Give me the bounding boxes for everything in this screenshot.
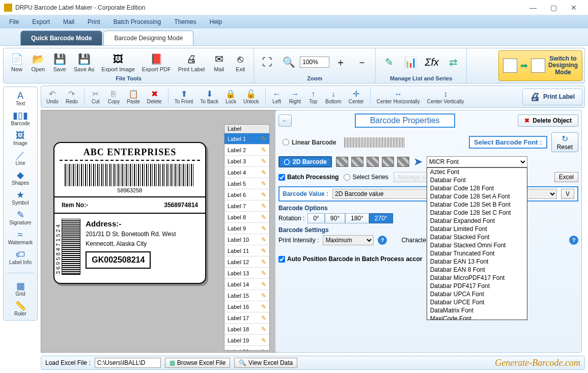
minimize-button[interactable]: — [523,1,543,15]
radio-linear-barcode[interactable]: Linear Barcode [278,138,340,147]
label-row[interactable]: Label 6✎ [225,189,269,200]
edit-icon[interactable]: ✎ [258,259,269,266]
edit-icon[interactable]: ✎ [258,203,269,210]
label-row[interactable]: Label 11✎ [225,245,269,256]
edit-icon[interactable]: ✎ [258,236,269,243]
help-icon[interactable]: ? [569,236,578,245]
tool-grid[interactable]: ▦Grid [5,279,36,298]
paste-button[interactable]: 📋Paste [124,89,143,105]
edit-icon[interactable]: ✎ [258,135,269,142]
edit-icon[interactable]: ✎ [258,270,269,277]
font-dropdown-list[interactable]: Aztec FontDatabar FontDatabar Code 128 F… [427,167,527,320]
tool-ruler[interactable]: 📏Ruler [5,299,36,318]
label-row[interactable]: Label 9✎ [225,223,269,234]
label-row[interactable]: Label 15✎ [225,290,269,301]
font-option[interactable]: Databar Code 128 Set A Font [427,192,527,200]
font-option[interactable]: MaxiCode Font [427,314,527,320]
label-list-panel[interactable]: Label Label 1✎Label 2✎Label 3✎Label 4✎La… [224,124,270,351]
tab-quick-barcode[interactable]: Quick Barcode Mode [20,31,102,45]
exit-button[interactable]: ⎋Exit [230,51,250,73]
center-vertically-button[interactable]: ↕Center Vertically [424,89,467,105]
batch-processing-checkbox[interactable]: Batch Processing [278,174,339,181]
menu-file[interactable]: File [3,17,25,27]
font-option[interactable]: DataMatrix Font [427,306,527,314]
tool-signature[interactable]: ✎Signature [5,208,36,227]
new-button[interactable]: 📄New [7,51,27,73]
switch-mode-button[interactable]: ➡ Switch toDesigningMode [498,50,582,81]
menu-mail[interactable]: Mail [57,17,80,27]
label-row[interactable]: Label 1✎ [225,133,269,145]
tool-watermark[interactable]: ≈Watermark [5,228,36,247]
zoom-actual-button[interactable]: 🔍 [278,54,299,70]
edit-icon[interactable]: ✎ [258,180,269,187]
open-button[interactable]: 📂Open [28,51,48,73]
delete-object-button[interactable]: ✖Delete Object [518,114,578,127]
left-button[interactable]: ←Left [269,89,285,105]
brand-link[interactable]: Generate-Barcode.com [495,358,580,368]
barcode-font-dropdown[interactable]: MICR Font Aztec FontDatabar FontDatabar … [427,156,527,167]
center-horizontally-button[interactable]: ↔Center Horizontally [374,89,423,105]
menu-themes[interactable]: Themes [168,17,202,27]
print-label-button[interactable]: 🖨Print Label [522,89,582,105]
label-row[interactable]: Label 13✎ [225,268,269,279]
save-button[interactable]: 💾Save [49,51,70,73]
center-button[interactable]: ✛Center [346,89,367,105]
tool-text[interactable]: AText [5,89,36,108]
to-front-button[interactable]: ⬆To Front [172,89,197,105]
menu-export[interactable]: Export [26,17,56,27]
edit-icon[interactable]: ✎ [258,292,269,299]
view-excel-button[interactable]: 🔍View Excel Data [234,358,297,368]
label-row[interactable]: Label 4✎ [225,167,269,178]
rotation-0-button[interactable]: 0° [307,213,324,223]
label-row[interactable]: Label 8✎ [225,212,269,223]
tool-image[interactable]: 🖼Image [5,129,36,148]
edit-icon[interactable]: ✎ [258,281,269,288]
rotation-90-button[interactable]: 90° [325,213,345,223]
font-option[interactable]: Databar MicroPDF417 Font [427,274,527,282]
font-option[interactable]: Databar PDF417 Font [427,282,527,290]
rotation-270-button[interactable]: 270° [369,213,393,223]
font-option[interactable]: Databar UPCA Font [427,290,527,298]
print-label-button[interactable]: 🖨Print Label [175,51,208,73]
font-option[interactable]: Databar Code 128 Font [427,184,527,192]
tool-barcode[interactable]: ▮▯▮Barcode [5,109,36,128]
edit-icon[interactable]: ✎ [258,169,269,176]
label-row[interactable]: Label 2✎ [225,145,269,156]
menu-help[interactable]: Help [203,17,228,27]
tool-label-info[interactable]: 🏷Label Info [5,248,36,267]
font-option[interactable]: Databar EAN 8 Font [427,266,527,274]
right-button[interactable]: →Right [286,89,304,105]
label-row[interactable]: Label 10✎ [225,234,269,245]
label-row[interactable]: Label 20✎ [225,346,269,351]
export-image-button[interactable]: 🖼Export Image [98,51,137,73]
manage-excel-button[interactable]: 📊 [400,54,421,70]
menu-print[interactable]: Print [81,17,106,27]
edit-icon[interactable]: ✎ [258,158,269,165]
print-intensity-select[interactable]: Maximum [323,235,374,245]
browse-excel-button[interactable]: ▦Browse Excel File [165,358,230,368]
edit-icon[interactable]: ✎ [258,191,269,198]
label-preview[interactable]: ABC ENTERPRISES 58963258 Item No:- 35689… [53,142,206,284]
barcode-value-view-button[interactable]: V [561,189,574,199]
zoom-combo[interactable] [300,56,329,68]
label-row[interactable]: Label 3✎ [225,156,269,167]
zoom-out-button[interactable]: － [352,54,372,70]
label-row[interactable]: Label 17✎ [225,312,269,324]
edit-icon[interactable]: ✎ [258,147,269,154]
font-option[interactable]: Databar UPCE Font [427,298,527,306]
edit-icon[interactable]: ✎ [258,326,269,333]
zoom-fit-button[interactable]: ⛶ [257,54,277,70]
rotation-180-button[interactable]: 180° [345,213,369,223]
tab-designing-mode[interactable]: Barcode Designing Mode [103,31,193,45]
export-pdf-button[interactable]: 📕Export PDF [139,51,174,73]
font-option[interactable]: Databar Font [427,176,527,184]
lock-button[interactable]: 🔒Lock [222,89,239,105]
back-button[interactable]: ← [278,114,292,127]
help-icon[interactable]: ? [378,236,387,245]
font-option[interactable]: Databar Truncated Font [427,249,527,257]
zoom-in-button[interactable]: ＋ [330,54,351,70]
label-row[interactable]: Label 18✎ [225,324,269,335]
font-option[interactable]: Databar Stacked Font [427,233,527,241]
radio-2d-barcode[interactable]: 2D Barcode [278,156,332,167]
reset-button[interactable]: ↻Reset [551,132,578,152]
